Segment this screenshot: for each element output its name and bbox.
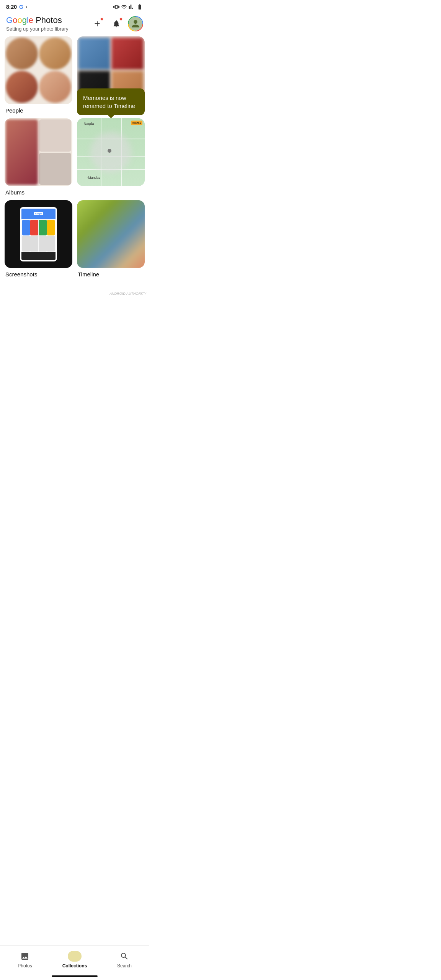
- tooltip-text: Memories is now renamed to Timeline: [83, 95, 135, 109]
- album-3: [39, 153, 71, 185]
- app-header: Google Photos Setting up your photo libr…: [0, 12, 149, 33]
- map-visual: Naqda 552G ·Mandav: [77, 118, 145, 186]
- albums-label: Albums: [5, 189, 72, 196]
- timeline-label: Timeline: [77, 271, 145, 278]
- map-label-naqda: Naqda: [84, 122, 94, 126]
- status-right: [113, 4, 143, 10]
- collections-grid: People Device folders: [0, 33, 149, 281]
- avatar[interactable]: [128, 16, 143, 31]
- grid-item-memories[interactable]: Naqda 552G ·Mandav Memories is now renam…: [77, 118, 145, 196]
- grid-item-people[interactable]: People: [5, 36, 72, 114]
- people-label: People: [5, 107, 72, 114]
- phone-screen-content: [21, 219, 56, 252]
- phone-mockup: Google: [20, 207, 57, 261]
- notification-button[interactable]: [109, 16, 124, 31]
- df-1: [78, 38, 110, 70]
- screenshots-thumb: Google: [5, 200, 72, 268]
- logo-o2: o: [17, 15, 22, 25]
- screenshots-label: Screenshots: [5, 271, 72, 278]
- logo-g2: g: [22, 15, 27, 25]
- grid-item-albums[interactable]: Albums: [5, 118, 72, 196]
- status-left: 8:20 G ›_: [6, 4, 30, 10]
- phone-screen-top: Google: [21, 209, 56, 219]
- face-4: [39, 71, 71, 103]
- df-2: [111, 38, 144, 70]
- battery-icon: [136, 4, 143, 10]
- memories-thumb: Naqda 552G ·Mandav: [77, 118, 145, 186]
- bell-notification-dot: [119, 18, 122, 21]
- phone-bottom-bar: [21, 252, 56, 260]
- memories-tooltip: Memories is now renamed to Timeline: [77, 88, 145, 115]
- header-right: [90, 16, 143, 31]
- map-dot: [108, 149, 111, 153]
- watermark: ANDROID AUTHORITY: [109, 292, 146, 296]
- vibrate-icon: [113, 4, 119, 10]
- app-subtitle: Setting up your photo library: [6, 26, 69, 32]
- header-left: Google Photos Setting up your photo libr…: [6, 15, 69, 32]
- grid-item-timeline[interactable]: Timeline: [77, 200, 145, 278]
- album-big: [6, 119, 38, 185]
- google-status-icon: G: [19, 4, 23, 10]
- map-badge: 552G: [131, 121, 142, 125]
- people-thumb: [5, 36, 72, 104]
- terminal-icon: ›_: [26, 4, 30, 10]
- face-2: [39, 38, 71, 70]
- status-bar: 8:20 G ›_: [0, 0, 149, 12]
- scroll-area: People Device folders: [0, 33, 149, 315]
- status-time: 8:20: [6, 4, 17, 10]
- signal-icon: [129, 4, 135, 10]
- app-title: Google Photos: [6, 15, 69, 25]
- add-notification-dot: [100, 18, 103, 21]
- album-2: [39, 119, 71, 152]
- grid-item-screenshots[interactable]: Google: [5, 200, 72, 278]
- wifi-icon: [121, 4, 127, 10]
- logo-o1: o: [13, 15, 17, 25]
- timeline-thumb: [77, 200, 145, 268]
- albums-thumb: [5, 118, 72, 186]
- face-3: [6, 71, 38, 103]
- app-name-text: Photos: [36, 15, 62, 25]
- logo-e: e: [29, 15, 33, 25]
- map-blur: [90, 132, 131, 173]
- logo-g: G: [6, 15, 13, 25]
- avatar-image: [129, 17, 142, 31]
- add-button[interactable]: [90, 16, 105, 31]
- map-label-mandav: ·Mandav: [87, 176, 101, 180]
- face-1: [6, 38, 38, 70]
